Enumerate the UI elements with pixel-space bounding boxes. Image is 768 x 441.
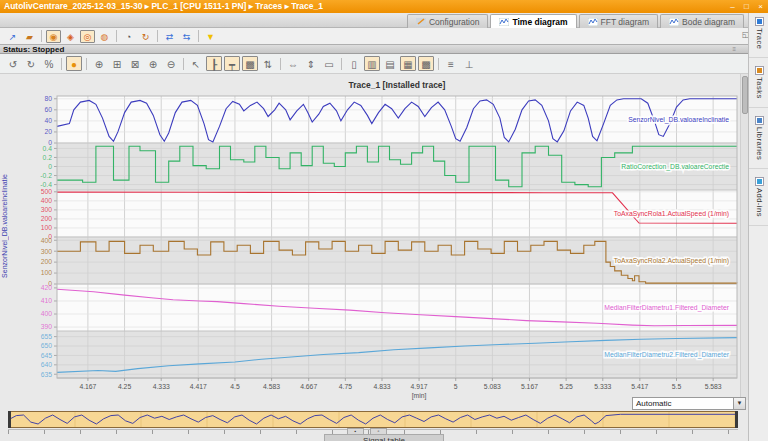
configuration-icon: [416, 18, 426, 26]
x-axis-unit: [min]: [412, 392, 427, 400]
filter-icon[interactable]: ▼: [203, 30, 218, 43]
y-tick-label: 635: [41, 371, 53, 378]
zoom-vertical-icon[interactable]: ⊠: [127, 56, 143, 71]
trace-overview-strip[interactable]: [8, 411, 738, 428]
stop-trace-icon[interactable]: ▰: [22, 30, 37, 43]
y-tick-label: 40: [44, 117, 52, 124]
x-tick-label: 4.667: [300, 383, 317, 390]
record-icon[interactable]: ◉: [46, 30, 61, 43]
overview-right-handle[interactable]: [735, 411, 738, 428]
toolbar-separator: [61, 58, 62, 70]
grid-icon[interactable]: ▥: [364, 56, 380, 71]
overview-left-handle[interactable]: [8, 411, 11, 428]
time-scale-value: Automatic: [636, 399, 672, 408]
y-tick-label: 400: [41, 237, 53, 244]
vertical-ruler-icon[interactable]: ┠: [206, 56, 222, 71]
split-view-icon[interactable]: ▭: [321, 56, 337, 71]
horizontal-ruler-icon[interactable]: ┯: [224, 56, 240, 71]
pointer-icon[interactable]: ↖: [188, 56, 204, 71]
columns-icon[interactable]: ▦: [400, 56, 416, 71]
sidebar-tab-libraries[interactable]: Libraries: [749, 112, 768, 169]
x-tick-label: 5.25: [559, 383, 572, 390]
trace-editor-window: AutolivCentrare_2025-12-03_15-30 ▸ PLC_1…: [0, 0, 768, 441]
close-icon[interactable]: ×: [755, 0, 766, 13]
toolbar-separator: [341, 58, 342, 70]
tab-configuration[interactable]: Configuration: [407, 14, 489, 28]
trace-plot[interactable]: 806040200SenzorNivel_DB.valoareInclinati…: [0, 74, 740, 400]
tasks-panel-icon: [755, 66, 764, 75]
y-tick-label: 500: [41, 188, 53, 195]
snap-points-icon[interactable]: ⇅: [260, 56, 276, 71]
stack-icon[interactable]: ▩: [418, 56, 434, 71]
x-tick-label: 4.583: [263, 383, 280, 390]
tab-fft-diagram[interactable]: FFT diagram: [579, 14, 659, 28]
toolbar-separator: [157, 30, 158, 42]
scale-percent-icon[interactable]: %: [41, 56, 57, 71]
x-tick-label: 5.417: [631, 383, 648, 390]
start-trace-icon[interactable]: ↗: [5, 30, 20, 43]
installed-trace-icon[interactable]: ◍: [97, 30, 112, 43]
snapshot-icon[interactable]: ◈: [63, 30, 78, 43]
toolbar-separator: [86, 58, 87, 70]
y-tick-label: 100: [41, 224, 53, 231]
auto-fit-icon[interactable]: ●: [66, 56, 82, 71]
refresh-icon[interactable]: ↻: [138, 30, 153, 43]
breadcrumb[interactable]: AutolivCentrare_2025-12-03_15-30 ▸ PLC_1…: [0, 0, 768, 13]
signal-label[interactable]: RatioCorection_DB.valoareCorectie: [621, 163, 729, 171]
x-tick-label: 4.917: [411, 383, 428, 390]
sidebar-tab-trace[interactable]: Trace: [749, 13, 768, 58]
tab-label: Time diagram: [512, 15, 567, 29]
signal-label[interactable]: ToAxaSyncRola1.ActualSpeed (1/min): [614, 210, 729, 218]
baseline-icon[interactable]: ⊥: [461, 56, 477, 71]
legend-icon[interactable]: ≡: [443, 56, 459, 71]
status-bar: Status: Stopped ≡: [0, 44, 748, 54]
y-tick-label: 650: [41, 342, 53, 349]
crosshair-icon[interactable]: ▩: [242, 56, 258, 71]
x-tick-label: 5.583: [705, 383, 722, 390]
rows-icon[interactable]: ▤: [382, 56, 398, 71]
libraries-panel-icon: [755, 116, 764, 125]
bode-diagram-icon: [669, 18, 679, 26]
chevron-down-icon[interactable]: ▼: [733, 398, 745, 409]
tab-bode-diagram[interactable]: Bode diagram: [660, 14, 744, 28]
import-icon[interactable]: ⇆: [179, 30, 194, 43]
x-tick-label: 4.833: [373, 383, 390, 390]
maximize-icon[interactable]: □: [741, 0, 752, 13]
zoom-horizontal-icon[interactable]: ⊞: [109, 56, 125, 71]
y-tick-label: 300: [41, 248, 53, 255]
signal-label[interactable]: ToAxaSyncRola2.ActualSpeed (1/min): [614, 257, 729, 265]
sidebar-tab-add-ins[interactable]: Add-ins: [749, 173, 768, 226]
single-view-icon[interactable]: ▯: [346, 56, 362, 71]
toolbar-separator: [41, 30, 42, 42]
signal-label[interactable]: SenzorNivel_DB.valoareInclinatie: [628, 116, 729, 124]
x-tick-label: 5.167: [521, 383, 538, 390]
y-tick-label: 80: [44, 95, 52, 102]
export-icon[interactable]: ⇄: [162, 30, 177, 43]
tab-time-diagram[interactable]: Time diagram: [490, 14, 576, 28]
x-tick-label: 5.083: [484, 383, 501, 390]
vertical-scrollbar[interactable]: [740, 74, 748, 400]
status-bar-options-icon[interactable]: ≡: [732, 45, 736, 54]
y-tick-label: 0: [48, 163, 52, 170]
x-tick-label: 5.5: [672, 383, 682, 390]
sidebar-tab-label: Add-ins: [755, 188, 764, 221]
zoom-out-icon[interactable]: ⊖: [163, 56, 179, 71]
toolbar-separator: [280, 58, 281, 70]
time-scale-dropdown[interactable]: Automatic ▼: [632, 397, 746, 410]
signal-table-pane-tab[interactable]: Signal table: [324, 434, 444, 441]
zoom-area-icon[interactable]: ⊕: [91, 56, 107, 71]
sidebar-tab-tasks[interactable]: Tasks: [749, 62, 768, 108]
y-tick-label: 400: [41, 197, 53, 204]
redo-zoom-icon[interactable]: ↻: [23, 56, 39, 71]
repeat-icon[interactable]: ◔: [121, 30, 136, 43]
signal-label[interactable]: MedianFilterDiametru2.Filtered_Diameter: [604, 351, 729, 359]
y-tick-label: -0.2: [40, 172, 52, 179]
zoom-in-icon[interactable]: ⊕: [145, 56, 161, 71]
minimize-icon[interactable]: –: [727, 0, 738, 13]
x-tick-label: 4.417: [190, 383, 207, 390]
fit-width-icon[interactable]: ⇔: [285, 56, 301, 71]
fit-height-icon[interactable]: ⇕: [303, 56, 319, 71]
undo-zoom-icon[interactable]: ↺: [5, 56, 21, 71]
signal-label[interactable]: MedianFilterDiametru1.Filtered_Diameter: [604, 304, 729, 312]
monitor-icon[interactable]: ◎: [80, 30, 95, 43]
